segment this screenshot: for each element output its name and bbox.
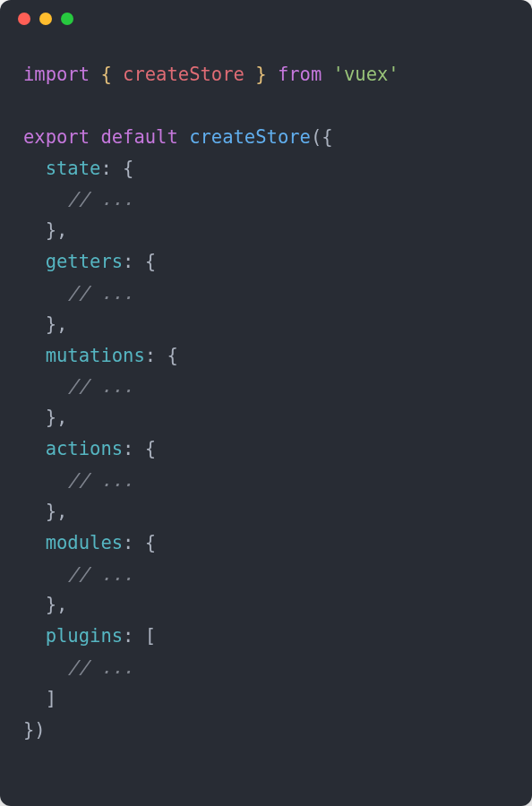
block-close: } [46,219,56,241]
title-bar [0,0,532,38]
indent [23,594,46,615]
prop-getters: getters [46,251,123,272]
colon: : [145,345,156,366]
indent [23,282,67,304]
array-open: [ [145,625,156,647]
block-open: { [123,158,133,179]
indent [23,688,46,709]
comment: // ... [67,656,133,678]
code-block: import { createStore } from 'vuex' expor… [0,38,532,767]
colon: : [123,532,133,553]
prop-modules: modules [46,532,123,553]
brace-close: } [255,64,266,85]
indent [23,345,46,366]
keyword-default: default [100,126,177,148]
indent [23,501,46,522]
indent [23,656,67,678]
block-open: { [145,438,156,459]
indent [23,407,46,428]
comment: // ... [67,375,133,397]
indent [23,158,46,179]
prop-actions: actions [46,438,123,459]
prop-plugins: plugins [46,625,123,647]
obj-close: } [23,719,34,741]
prop-mutations: mutations [46,345,145,366]
block-open: { [145,532,156,553]
comma: , [56,407,67,428]
close-icon[interactable] [18,13,30,25]
comment: // ... [67,188,133,210]
code-window: import { createStore } from 'vuex' expor… [0,0,532,806]
indent [23,188,67,210]
indent [23,313,46,335]
keyword-from: from [278,64,322,85]
prop-state: state [46,158,101,179]
minimize-icon[interactable] [39,13,52,25]
block-close: } [46,313,56,335]
block-open: { [167,345,177,366]
indent [23,219,46,241]
keyword-import: import [23,64,90,85]
block-close: } [46,594,56,615]
paren-open: ( [311,126,322,148]
comma: , [56,313,67,335]
keyword-export: export [23,126,90,148]
function-createstore: createStore [189,126,311,148]
comma: , [56,501,67,522]
block-close: } [46,407,56,428]
block-open: { [145,251,156,272]
comma: , [56,219,67,241]
colon: : [123,251,133,272]
indent [23,251,46,272]
colon: : [123,438,133,459]
block-close: } [46,501,56,522]
indent [23,375,67,397]
indent [23,563,67,585]
comment: // ... [67,563,133,585]
brace-open: { [100,64,111,85]
paren-close: ) [34,719,45,741]
string-vuex: 'vuex' [333,64,399,85]
indent [23,625,46,647]
comma: , [56,594,67,615]
array-close: ] [46,688,56,709]
maximize-icon[interactable] [61,13,73,25]
obj-open: { [322,126,332,148]
indent [23,532,46,553]
colon: : [123,625,133,647]
indent [23,438,46,459]
colon: : [100,158,111,179]
indent [23,469,67,491]
identifier-createstore: createStore [123,64,245,85]
comment: // ... [67,282,133,304]
comment: // ... [67,469,133,491]
